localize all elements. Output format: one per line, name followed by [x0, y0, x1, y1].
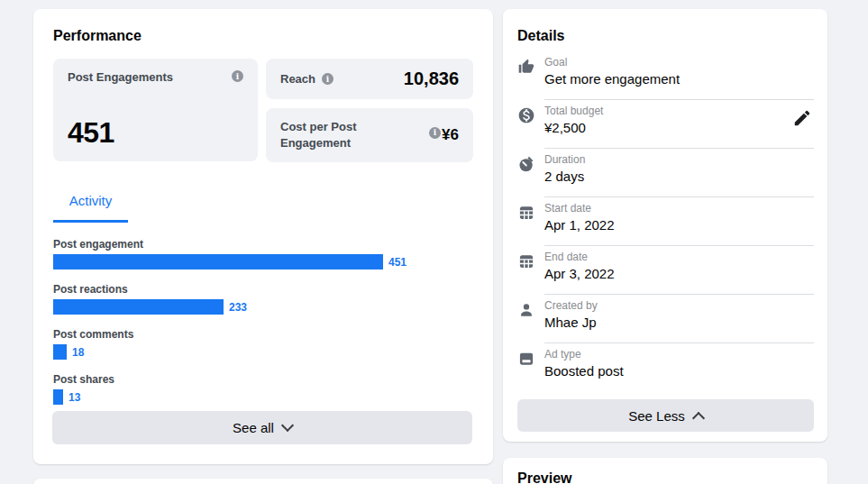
next-section-card: [33, 479, 493, 484]
chart-bar-value: 451: [388, 256, 407, 269]
detail-value: Apr 1, 2022: [544, 217, 814, 233]
thumbs-up-icon: [517, 58, 535, 76]
chart-bar-value: 233: [229, 301, 247, 314]
see-all-button[interactable]: See all: [52, 411, 472, 444]
person-icon: [517, 301, 535, 319]
detail-label: Ad type: [544, 348, 814, 361]
chart-row: Post shares13: [53, 373, 473, 405]
chart-bar: [53, 344, 67, 360]
detail-value: Mhae Jp: [544, 315, 814, 331]
performance-card: Performance Post Engagements 451 Reach 1…: [33, 9, 493, 464]
chart-row: Post engagement451: [53, 238, 473, 269]
detail-value: ¥2,500: [544, 120, 814, 136]
calendar-icon: [517, 204, 535, 222]
calendar-icon: [517, 252, 535, 270]
chart-row: Post reactions233: [53, 283, 473, 315]
chart-bar: [53, 254, 383, 269]
detail-row: GoalGet more engagement: [517, 51, 814, 100]
edit-budget-button[interactable]: [792, 108, 812, 128]
detail-label: End date: [544, 251, 814, 263]
dollar-circle-icon: [517, 106, 535, 124]
reach-label: Reach: [280, 72, 315, 86]
performance-tabs: Activity: [53, 193, 473, 223]
detail-value: Apr 3, 2022: [544, 266, 814, 282]
chevron-down-icon: [281, 419, 294, 432]
detail-label: Created by: [544, 299, 814, 312]
preview-card: Preview: [503, 458, 827, 484]
detail-row: Duration2 days: [517, 149, 814, 197]
performance-title: Performance: [53, 28, 473, 44]
details-rows: GoalGet more engagementTotal budget¥2,50…: [517, 51, 814, 392]
info-icon[interactable]: [322, 73, 333, 85]
detail-value: Boosted post: [544, 363, 814, 379]
see-less-button[interactable]: See Less: [517, 399, 814, 432]
reach-value: 10,836: [404, 68, 459, 89]
tab-activity[interactable]: Activity: [53, 193, 128, 223]
chevron-up-icon: [692, 411, 705, 424]
detail-label: Goal: [544, 56, 814, 68]
detail-row: Created byMhae Jp: [517, 295, 814, 343]
detail-value: 2 days: [544, 169, 814, 185]
post-engagements-label: Post Engagements: [68, 70, 173, 84]
detail-row: Start dateApr 1, 2022: [517, 197, 814, 246]
chart-bar-value: 18: [72, 346, 84, 359]
chart-bar: [53, 389, 63, 405]
info-icon[interactable]: [232, 70, 243, 82]
post-engagements-value: 451: [68, 116, 243, 150]
chart-category-label: Post shares: [53, 373, 473, 386]
chart-category-label: Post comments: [53, 328, 473, 341]
chart-category-label: Post engagement: [53, 238, 473, 251]
details-title: Details: [517, 28, 814, 44]
preview-title: Preview: [517, 470, 813, 484]
activity-bar-chart: Post engagement451Post reactions233Post …: [53, 238, 473, 405]
chart-row: Post comments18: [53, 328, 473, 360]
metric-tiles: Post Engagements 451 Reach 10,836 Cost p…: [53, 59, 473, 162]
post-engagements-tile: Post Engagements 451: [53, 59, 258, 161]
chart-bar: [53, 299, 224, 315]
info-icon[interactable]: [429, 127, 441, 139]
pencil-icon: [792, 108, 812, 128]
detail-value: Get more engagement: [544, 71, 814, 87]
detail-label: Total budget: [544, 105, 814, 117]
detail-label: Duration: [544, 153, 814, 166]
stopwatch-icon: [517, 155, 535, 173]
chart-bar-value: 13: [69, 391, 80, 404]
detail-row: End dateApr 3, 2022: [517, 246, 814, 295]
cost-per-engagement-label: Cost per Post Engagement: [280, 119, 393, 151]
cost-per-engagement-value: ¥6: [429, 126, 459, 144]
detail-label: Start date: [544, 202, 814, 215]
laptop-icon: [517, 350, 535, 368]
detail-row: Ad typeBoosted post: [517, 343, 814, 392]
chart-category-label: Post reactions: [53, 283, 473, 296]
cost-per-engagement-tile: Cost per Post Engagement ¥6: [266, 108, 473, 162]
reach-tile: Reach 10,836: [266, 59, 473, 99]
detail-row: Total budget¥2,500: [517, 100, 814, 149]
details-card: Details GoalGet more engagementTotal bud…: [503, 9, 827, 442]
